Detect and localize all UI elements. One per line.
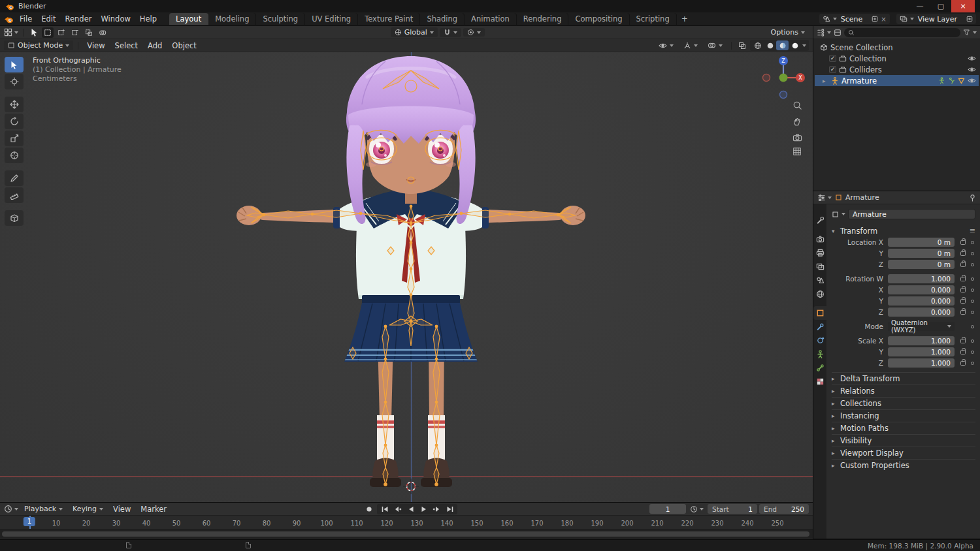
prev-keyframe-button[interactable] — [391, 505, 404, 514]
lock-icon[interactable] — [960, 310, 966, 315]
jump-to-start-button[interactable] — [378, 505, 391, 514]
close-button[interactable]: × — [951, 0, 975, 12]
proportional-edit-dropdown[interactable] — [463, 28, 485, 37]
panel-delta-transform[interactable]: ▸Delta Transform — [832, 372, 975, 385]
animate-dot-icon[interactable] — [971, 339, 974, 343]
xray-toggle[interactable] — [736, 40, 748, 51]
timeline-view-menu[interactable]: View — [109, 504, 135, 514]
select-mode-subtract-button[interactable] — [69, 27, 81, 38]
shading-material-button[interactable] — [776, 40, 789, 50]
menu-object[interactable]: Object — [168, 40, 200, 51]
menu-file[interactable]: File — [15, 14, 37, 24]
camera-view-control[interactable] — [790, 131, 804, 144]
tab-render[interactable] — [813, 232, 826, 246]
tab-tool[interactable] — [813, 213, 826, 227]
tab-scripting[interactable]: Scripting — [630, 13, 677, 25]
record-button[interactable] — [363, 505, 375, 514]
playback-menu[interactable]: Playback — [20, 504, 67, 514]
rotation-mode-dropdown[interactable]: Quaternion (WXYZ) — [888, 322, 955, 331]
tab-uv-editing[interactable]: UV Editing — [305, 13, 358, 25]
outliner-search-input[interactable] — [844, 28, 960, 37]
timeline-editor-type-button[interactable] — [4, 505, 18, 513]
filter-dropdown-caret[interactable] — [973, 31, 977, 34]
object-visibility-dropdown[interactable] — [655, 42, 678, 50]
scale-y-field[interactable]: 1.000 — [888, 347, 955, 356]
tab-world[interactable] — [813, 287, 826, 301]
menu-view[interactable]: View — [83, 40, 108, 51]
play-button[interactable] — [417, 505, 430, 514]
animate-dot-icon[interactable] — [971, 362, 974, 365]
select-mode-extend-button[interactable] — [56, 27, 67, 38]
outliner-row-collection[interactable]: ✓ Collection — [815, 53, 979, 64]
minimize-button[interactable]: — — [909, 0, 930, 12]
animate-dot-icon[interactable] — [971, 351, 974, 354]
animate-dot-icon[interactable] — [971, 289, 974, 292]
tool-annotate[interactable] — [5, 170, 24, 186]
active-tool-select-box-icon[interactable] — [28, 27, 40, 38]
animate-dot-icon[interactable] — [971, 241, 974, 244]
timeline-ruler[interactable]: 1 10 20 30 40 50 60 70 80 90 100 110 120… — [0, 516, 813, 529]
lock-icon[interactable] — [960, 262, 966, 267]
eye-icon[interactable] — [968, 78, 976, 84]
display-mode-icon[interactable] — [834, 29, 841, 37]
location-z-field[interactable]: 0 m — [888, 260, 955, 269]
shading-rendered-button[interactable] — [789, 40, 801, 50]
outliner-row-colliders[interactable]: ✓ Colliders — [815, 64, 979, 75]
rotation-w-field[interactable]: 1.000 — [888, 274, 955, 283]
ortho-toggle-control[interactable] — [790, 145, 804, 158]
pin-icon[interactable] — [969, 194, 976, 202]
tool-select-box[interactable] — [5, 57, 24, 72]
tab-modeling[interactable]: Modeling — [208, 13, 256, 25]
tab-view-layer[interactable] — [813, 260, 826, 274]
scale-z-field[interactable]: 1.000 — [888, 358, 955, 368]
tab-shading[interactable]: Shading — [420, 13, 465, 25]
timeline-scrollbar[interactable] — [2, 531, 809, 537]
tab-animation[interactable]: Animation — [465, 13, 517, 25]
select-mode-intersect-button[interactable] — [97, 27, 108, 38]
panel-instancing[interactable]: ▸Instancing — [832, 409, 975, 422]
options-dropdown[interactable]: Options — [767, 27, 809, 37]
animate-dot-icon[interactable] — [971, 263, 974, 266]
lock-icon[interactable] — [960, 251, 966, 256]
expand-caret-icon[interactable]: ▸ — [823, 78, 828, 84]
select-mode-invert-button[interactable] — [83, 27, 95, 38]
viewport-canvas[interactable]: Front Orthographic (1) Collection | Arma… — [0, 52, 813, 502]
nav-gizmo[interactable]: Z X — [760, 55, 806, 101]
overlays-dropdown[interactable] — [704, 41, 727, 50]
editor-type-button[interactable] — [4, 28, 18, 37]
tool-transform[interactable] — [5, 148, 24, 163]
end-frame-field[interactable]: End250 — [759, 504, 809, 514]
current-frame-field[interactable]: 1 — [649, 504, 686, 514]
tool-add-cube[interactable] — [5, 210, 24, 226]
tool-scale[interactable] — [5, 131, 24, 146]
outliner-row-scene-collection[interactable]: Scene Collection — [815, 42, 979, 53]
gizmos-dropdown[interactable] — [679, 41, 702, 50]
animate-dot-icon[interactable] — [971, 311, 974, 314]
mode-dropdown[interactable]: Object Mode — [4, 40, 73, 50]
tab-output[interactable] — [813, 246, 826, 260]
tab-texture[interactable] — [813, 375, 826, 388]
transform-panel-header[interactable]: ▾Transform≡ — [832, 225, 975, 237]
menu-window[interactable]: Window — [96, 14, 135, 24]
tab-compositing[interactable]: Compositing — [568, 13, 629, 25]
lock-icon[interactable] — [960, 240, 966, 245]
jump-to-end-button[interactable] — [444, 505, 456, 514]
menu-help[interactable]: Help — [135, 14, 161, 24]
scene-selector[interactable]: Scene × — [819, 14, 890, 24]
lock-icon[interactable] — [960, 288, 966, 292]
transform-orientation-dropdown[interactable]: Global — [391, 27, 438, 37]
tab-physics[interactable] — [813, 334, 826, 347]
unlink-scene-icon[interactable]: × — [881, 16, 886, 23]
rotation-x-field[interactable]: 0.000 — [888, 285, 955, 294]
properties-editor-type-button[interactable] — [817, 194, 832, 202]
play-reverse-button[interactable] — [404, 505, 417, 514]
timeline-marker-menu[interactable]: Marker — [137, 504, 171, 514]
blender-menu-icon[interactable] — [4, 15, 14, 24]
menu-render[interactable]: Render — [61, 14, 97, 24]
collection-checkbox[interactable]: ✓ — [829, 55, 836, 62]
menu-edit[interactable]: Edit — [37, 14, 60, 24]
panel-collections[interactable]: ▸Collections — [832, 397, 975, 409]
rotation-y-field[interactable]: 0.000 — [888, 296, 955, 306]
eye-icon[interactable] — [968, 55, 976, 61]
playhead-frame-badge[interactable]: 1 — [24, 517, 35, 526]
